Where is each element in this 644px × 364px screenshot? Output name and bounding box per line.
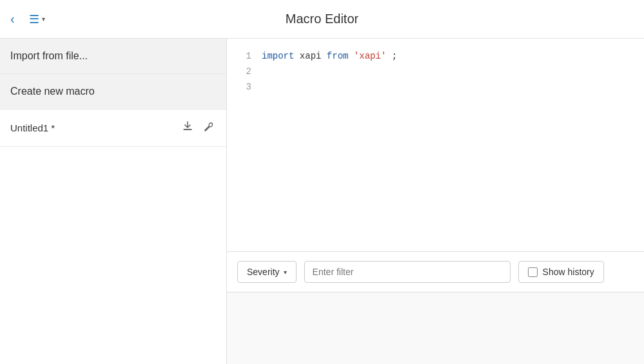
string-xapi: 'xapi' [354,51,386,61]
filter-input[interactable] [304,261,511,283]
macro-action-buttons [180,119,216,137]
code-line-1: 1 import xapi from 'xapi' ; [227,49,644,64]
line-content-3 [262,80,267,95]
macro-download-button[interactable] [180,119,195,137]
svg-rect-0 [184,129,191,130]
code-xapi: xapi [300,51,327,61]
severity-button[interactable]: Severity ▾ [237,261,297,283]
header: ‹ ☰ ▾ Macro Editor [0,0,644,39]
main-layout: Import from file... Create new macro Unt… [0,39,644,364]
line-number-3: 3 [232,80,251,95]
sidebar: Import from file... Create new macro Unt… [0,39,227,364]
download-icon [181,120,194,133]
line-number-2: 2 [232,64,251,80]
sidebar-item-create[interactable]: Create new macro [0,74,226,110]
code-editor[interactable]: 1 import xapi from 'xapi' ; 2 3 [227,39,644,251]
sidebar-create-label: Create new macro [10,86,95,97]
back-button[interactable]: ‹ [8,9,17,29]
show-history-checkbox[interactable] [528,267,538,277]
editor-area: 1 import xapi from 'xapi' ; 2 3 [227,39,644,364]
line-number-1: 1 [232,49,251,64]
log-content [227,292,644,363]
menu-dropdown-arrow: ▾ [42,15,45,23]
line-content-2 [262,64,267,80]
log-area: Severity ▾ Show history [227,251,644,364]
code-semicolon: ; [392,51,397,61]
wrench-icon [203,120,215,132]
severity-label: Severity [247,267,280,277]
show-history-text: Show history [543,267,594,277]
menu-button[interactable]: ☰ ▾ [29,12,45,26]
show-history-label[interactable]: Show history [518,261,604,283]
keyword-from: from [327,51,349,61]
header-left-controls: ‹ ☰ ▾ [8,9,45,29]
keyword-import: import [262,51,294,61]
sidebar-import-label: Import from file... [10,50,88,61]
code-line-3: 3 [227,80,644,95]
line-content-1: import xapi from 'xapi' ; [262,49,397,64]
hamburger-icon: ☰ [29,12,39,26]
severity-dropdown-arrow: ▾ [284,269,287,276]
sidebar-macro-untitled1[interactable]: Untitled1 * [0,110,226,147]
sidebar-item-import[interactable]: Import from file... [0,39,226,74]
macro-settings-button[interactable] [202,119,216,137]
macro-name-label: Untitled1 * [10,122,55,133]
code-line-2: 2 [227,64,644,80]
page-title: Macro Editor [286,12,358,26]
log-toolbar: Severity ▾ Show history [227,252,644,292]
